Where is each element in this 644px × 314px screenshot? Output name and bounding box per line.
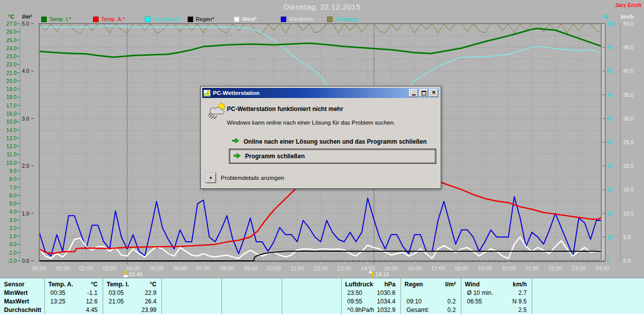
y-tick-temp_c: 20.0 bbox=[0, 78, 17, 84]
dialog-title: PC-Wetterstation bbox=[213, 90, 409, 96]
x-tick-label: 22:00 bbox=[544, 265, 567, 271]
axis-unit-humidity: % bbox=[603, 14, 608, 20]
row-label-minwert: MinWert bbox=[4, 289, 28, 296]
x-tick-label: 00:00 bbox=[28, 265, 50, 271]
table-divider bbox=[532, 278, 532, 314]
y-tick-wind_kmh: 30.0 bbox=[623, 116, 633, 122]
y-tick-wind_kmh: 0.0 bbox=[623, 258, 631, 264]
y-tick-humidity_pct: 10 bbox=[607, 235, 613, 240]
column-unit: hPa bbox=[384, 281, 395, 288]
y-tick-temp_c: 7.0 bbox=[0, 185, 17, 190]
axis-unit-tempc: °C bbox=[8, 14, 14, 20]
y-tick-temp_c: 8.0 bbox=[0, 176, 17, 182]
dialog-message: Windows kann online nach einer Lösung fü… bbox=[227, 120, 395, 126]
y-tick-humidity_pct: 80 bbox=[607, 68, 613, 74]
cell-value: N 9.5 bbox=[512, 298, 527, 305]
y-tick-wind_kmh: 25.0 bbox=[623, 140, 633, 145]
x-tick-label: 10:00 bbox=[263, 265, 285, 271]
y-tick-wind_kmh: 5.0 bbox=[623, 235, 631, 240]
option-close-program-label: Programm schließen bbox=[245, 153, 305, 160]
x-tick-label: 02:00 bbox=[75, 265, 97, 271]
column-header: Regen bbox=[405, 281, 423, 288]
details-label[interactable]: Problemdetails anzeigen bbox=[221, 175, 284, 181]
y-tick-temp_c: 6.0 bbox=[0, 193, 17, 198]
axis-unit-wind: km/h bbox=[621, 14, 634, 20]
details-expand-button[interactable]: ▼ bbox=[206, 173, 216, 183]
cell-value: 22.9 bbox=[145, 289, 156, 296]
legend-swatch bbox=[93, 17, 99, 22]
x-tick-label: 17:00 bbox=[427, 265, 449, 271]
x-tick-label: 03:00 bbox=[99, 265, 121, 271]
y-tick-temp_c: 19.0 bbox=[0, 86, 17, 92]
y-tick-rain_lm2: 4.0 bbox=[10, 68, 29, 74]
cell-value: -1.1 bbox=[87, 289, 98, 296]
column-unit: l/m² bbox=[445, 281, 456, 288]
column-header: Luftdruck bbox=[345, 281, 373, 288]
cell-label: 03:05 bbox=[109, 289, 124, 296]
cell-value: 12.6 bbox=[86, 298, 98, 305]
x-tick-label: 18:00 bbox=[450, 265, 472, 271]
x-tick-label: 23:00 bbox=[568, 265, 590, 271]
legend-item-tempa: Temp. A.* bbox=[93, 16, 125, 22]
y-tick-temp_c: 12.0 bbox=[0, 144, 17, 149]
cell-label: 21:05 bbox=[109, 298, 124, 305]
legend-item-feuchtea: Feuchte A.* bbox=[145, 16, 182, 22]
minimize-button[interactable] bbox=[409, 89, 418, 97]
chart-date-title: Dienstag, 22.12.2015 bbox=[0, 3, 644, 11]
marker-time-14:16: 14:16 bbox=[375, 271, 389, 277]
x-tick-label: 20:00 bbox=[498, 265, 520, 271]
y-tick-rain_lm2: 2.0 bbox=[10, 163, 29, 169]
column-header: Temp. A. bbox=[48, 281, 73, 288]
y-tick-wind_kmh: 45.0 bbox=[623, 45, 633, 50]
y-tick-temp_c: 25.0 bbox=[0, 38, 17, 43]
y-tick-rain_lm2: 0.0 bbox=[10, 258, 29, 264]
y-tick-temp_c: 0.0 bbox=[0, 242, 17, 247]
cell-label: 06:55 bbox=[467, 298, 482, 305]
option-search-online[interactable]: Online nach einer Lösung suchen und das … bbox=[232, 138, 427, 145]
cell-label: 09:10 bbox=[407, 298, 422, 305]
y-tick-humidity_pct: 50 bbox=[607, 140, 613, 145]
table-divider bbox=[221, 278, 222, 314]
row-label-maxwert: MaxWert bbox=[4, 298, 29, 305]
y-tick-temp_c: 13.0 bbox=[0, 136, 17, 141]
legend-label: Temp. I.* bbox=[49, 16, 71, 22]
x-tick-label: 15:00 bbox=[380, 265, 402, 271]
cell-value: 2.5 bbox=[518, 306, 527, 313]
cell-label: 09:55 bbox=[347, 298, 362, 305]
y-tick-temp_c: 5.0 bbox=[0, 201, 17, 206]
maximize-button[interactable] bbox=[419, 89, 428, 97]
y-tick-temp_c: 18.0 bbox=[0, 94, 17, 100]
y-tick-humidity_pct: 40 bbox=[607, 163, 613, 169]
legend-label: Windböen bbox=[289, 16, 314, 22]
owner-name: Jarz Erich bbox=[615, 2, 641, 8]
cell-value: 4.45 bbox=[86, 306, 98, 313]
legend-item-wind: Wind* bbox=[234, 16, 257, 22]
y-tick-rain_lm2: 5.0 bbox=[10, 21, 29, 27]
y-tick-humidity_pct: 100 bbox=[607, 21, 616, 27]
y-tick-wind_kmh: 20.0 bbox=[623, 163, 633, 169]
column-unit: km/h bbox=[513, 281, 527, 288]
close-button[interactable]: × bbox=[429, 89, 438, 97]
legend-item-tempi: Temp. I.* bbox=[41, 16, 71, 22]
cell-label: ^0.8hPa/h bbox=[347, 306, 374, 313]
weather-app-crash-icon bbox=[208, 102, 226, 121]
column-unit: °C bbox=[91, 281, 98, 288]
x-tick-label: 09:00 bbox=[239, 265, 262, 271]
marker-time-03:45: 03:45 bbox=[129, 271, 143, 277]
option-close-program[interactable]: Programm schließen bbox=[229, 149, 436, 164]
y-tick-humidity_pct: 90 bbox=[607, 45, 613, 50]
row-label-durchschnitt: Durchschnitt bbox=[4, 306, 41, 313]
x-tick-label: 13:00 bbox=[333, 265, 355, 271]
cell-value: 1030.6 bbox=[377, 289, 395, 296]
table-divider bbox=[162, 278, 162, 314]
y-tick-temp_c: -1.0 bbox=[0, 250, 17, 256]
column-unit: °C bbox=[150, 281, 156, 288]
y-tick-temp_c: 22.0 bbox=[0, 62, 17, 67]
dialog-titlebar[interactable]: PC-Wetterstation × bbox=[202, 88, 439, 98]
y-tick-humidity_pct: 30 bbox=[607, 187, 613, 192]
y-tick-temp_c: 1.0 bbox=[0, 234, 17, 239]
legend-label: Temp. A.* bbox=[101, 16, 125, 22]
cell-value: 0.2 bbox=[447, 306, 456, 313]
y-tick-temp_c: 9.0 bbox=[0, 168, 17, 174]
close-icon: × bbox=[432, 90, 435, 95]
